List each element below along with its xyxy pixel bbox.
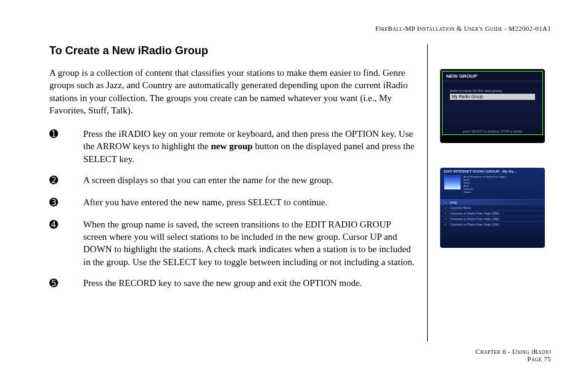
step-bullet: ➊ — [49, 128, 83, 165]
step-item: ➋A screen displays so that you can enter… — [49, 174, 415, 187]
step-bullet: ➎ — [49, 277, 83, 290]
step-item: ➍When the group name is saved, the scree… — [49, 218, 415, 268]
check-icon: ✓ — [444, 223, 447, 226]
edit-group-title: EDIT INTERNET RADIO GROUP - My Ra... — [440, 168, 545, 175]
side-column: NEW GROUP enter a name for the new group… — [428, 44, 551, 342]
station-row[interactable]: ✓Classical on Radio Free Virgin (96k) — [440, 210, 545, 216]
screenshot-edit-group: EDIT INTERNET RADIO GROUP - My Ra... Ava… — [440, 168, 545, 248]
check-icon: ✓ — [444, 217, 447, 221]
page-title: To Create a New iRadio Group — [49, 44, 415, 57]
station-label: Classical on Radio Free Virgin (96k) — [450, 211, 499, 215]
station-label: Classical on Radio Free Virgin (48k) — [450, 217, 499, 221]
station-row[interactable]: ✓Classical on Radio Free Virgin (48k) — [440, 216, 545, 221]
main-column: To Create a New iRadio Group A group is … — [49, 44, 428, 342]
now-playing-meta: Avant Guardians on Radio Free Virgin...B… — [463, 175, 541, 194]
station-label: Classical Music — [450, 206, 471, 210]
station-row[interactable]: ✓Classical Music — [440, 205, 545, 210]
screenshot-new-group: NEW GROUP enter a name for the new group… — [440, 69, 545, 143]
step-bullet: ➌ — [49, 196, 83, 210]
step-text: After you have entered the new name, pre… — [83, 196, 415, 210]
dialog-label: enter a name for the new group: — [450, 89, 537, 92]
footer-chapter: Chapter 6 - Using iRadio — [49, 348, 551, 355]
step-text: When the group name is saved, the screen… — [83, 218, 415, 268]
header-doc-title: Installation & User's Guide — [417, 25, 503, 32]
check-icon: ✓ — [444, 206, 447, 210]
meta-row: Station — [463, 190, 541, 194]
steps-list: ➊Press the iRADIO key on your remote or … — [49, 128, 415, 290]
step-bullet: ➍ — [49, 218, 83, 268]
doc-footer: Chapter 6 - Using iRadio Page 75 — [49, 348, 551, 363]
step-item: ➊Press the iRADIO key on your remote or … — [49, 128, 415, 165]
check-icon: ✓ — [444, 200, 447, 204]
header-doc-number: M22002-01A1 — [508, 25, 551, 32]
intro-paragraph: A group is a collection of content that … — [49, 67, 415, 117]
dialog-title: NEW GROUP — [443, 72, 542, 81]
header-product: FireBall-MP — [375, 25, 415, 32]
step-text: Press the iRADIO key on your remote or k… — [83, 128, 415, 165]
station-row[interactable]: ✓Classical on Radio Free Virgin (24k) — [440, 221, 545, 227]
station-row[interactable]: ✓song — [440, 199, 545, 205]
station-list: ✓song✓Classical Music✓Classical on Radio… — [440, 199, 545, 227]
group-name-input[interactable]: My Radio Group — [450, 94, 535, 100]
content-area: To Create a New iRadio Group A group is … — [49, 44, 551, 342]
step-item: ➎Press the RECORD key to save the new gr… — [49, 277, 415, 290]
step-bullet: ➋ — [49, 174, 83, 187]
step-item: ➌After you have entered the new name, pr… — [49, 196, 415, 210]
station-label: Classical on Radio Free Virgin (24k) — [450, 223, 499, 226]
dialog-hint: press SELECT to continue, STOP to cancel — [443, 129, 542, 133]
now-playing-panel: Avant Guardians on Radio Free Virgin...B… — [440, 175, 545, 195]
doc-header: FireBall-MP Installation & User's Guide … — [49, 25, 551, 32]
step-text: Press the RECORD key to save the new gro… — [83, 277, 415, 290]
check-icon: ✓ — [444, 211, 447, 215]
page: FireBall-MP Installation & User's Guide … — [0, 0, 588, 381]
station-label: song — [450, 200, 457, 204]
step-text: A screen displays so that you can enter … — [83, 174, 415, 187]
footer-page: Page 75 — [49, 355, 551, 363]
dialog-frame: NEW GROUP enter a name for the new group… — [442, 71, 543, 135]
album-art — [444, 175, 461, 190]
